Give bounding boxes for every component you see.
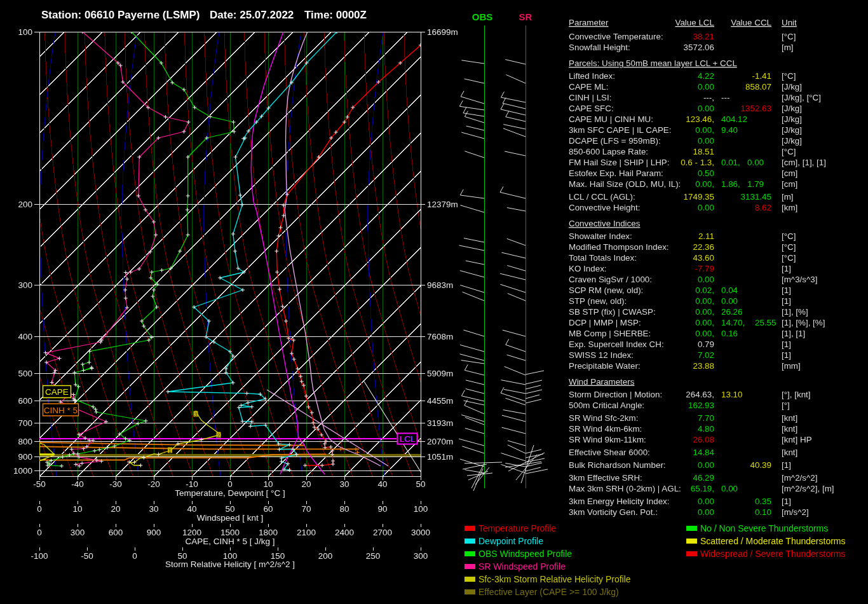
svg-text:600: 600: [18, 396, 32, 406]
svg-text:[m^3/s^3]: [m^3/s^3]: [782, 275, 817, 284]
svg-text:18.51: 18.51: [693, 147, 714, 156]
svg-text:1051m: 1051m: [427, 452, 453, 462]
svg-text:0.00,: 0.00,: [695, 179, 714, 189]
svg-text:SCP RM (new, old):: SCP RM (new, old):: [569, 285, 643, 295]
svg-text:13.10: 13.10: [721, 390, 743, 399]
svg-text:16699m: 16699m: [427, 27, 458, 37]
svg-text:CAPE MU | CINH MU:: CAPE MU | CINH MU:: [569, 114, 653, 124]
svg-text:500: 500: [18, 369, 32, 378]
svg-text:SB STP (fix) | CWASP:: SB STP (fix) | CWASP:: [569, 307, 656, 317]
svg-text:[m]: [m]: [782, 192, 794, 202]
svg-text:10: 10: [263, 479, 273, 489]
svg-text:65.19,: 65.19,: [691, 484, 714, 493]
svg-text:Effective Shear 6000:: Effective Shear 6000:: [569, 448, 650, 457]
svg-text:26.08: 26.08: [693, 435, 714, 444]
svg-text:38.21: 38.21: [693, 32, 714, 41]
svg-text:[cm]: [cm]: [782, 179, 797, 189]
svg-text:0.00: 0.00: [721, 296, 738, 306]
svg-text:CAPE ML:: CAPE ML:: [569, 82, 609, 92]
svg-text:Station: 06610 Payerne (LSMP): Station: 06610 Payerne (LSMP): [41, 9, 200, 21]
svg-text:-1.41: -1.41: [752, 71, 771, 81]
svg-text:0.00: 0.00: [698, 203, 714, 212]
svg-text:22.36: 22.36: [693, 242, 714, 252]
svg-text:0.00,: 0.00,: [695, 329, 714, 338]
svg-text:Time: 0000Z: Time: 0000Z: [304, 9, 367, 21]
svg-text:SR Wind 9km-11km:: SR Wind 9km-11km:: [569, 435, 646, 444]
svg-text:[J/kg]: [J/kg]: [782, 125, 802, 135]
svg-text:0.00,: 0.00,: [695, 307, 714, 317]
svg-text:---: ---: [721, 93, 729, 102]
svg-text:50: 50: [225, 504, 234, 514]
svg-text:3572.06: 3572.06: [684, 43, 714, 52]
svg-text:500m Critical Angle:: 500m Critical Angle:: [569, 401, 644, 410]
svg-text:3km Energy Helicity Index:: 3km Energy Helicity Index:: [569, 497, 670, 506]
svg-text:30: 30: [339, 479, 349, 489]
svg-text:Sfc-3km Storm Relative Helicit: Sfc-3km Storm Relative Helicity Profile: [478, 574, 631, 584]
svg-text:1200: 1200: [182, 528, 201, 537]
svg-text:Wind Parameters: Wind Parameters: [569, 377, 635, 387]
svg-text:OBS Windspeed Profile: OBS Windspeed Profile: [478, 549, 572, 559]
svg-text:400: 400: [18, 332, 32, 341]
svg-text:9.40: 9.40: [721, 125, 738, 135]
svg-text:200: 200: [18, 200, 32, 209]
svg-text:0.79: 0.79: [698, 340, 714, 349]
svg-text:[m]: [m]: [782, 43, 794, 52]
svg-text:0.35: 0.35: [755, 497, 771, 506]
svg-text:2700: 2700: [373, 528, 392, 537]
svg-text:70: 70: [301, 504, 311, 514]
svg-text:CAPE: CAPE: [45, 387, 69, 397]
svg-text:[1]: [1]: [782, 296, 791, 306]
svg-text:300: 300: [18, 280, 32, 290]
svg-text:Bulk Richardson Number:: Bulk Richardson Number:: [569, 460, 666, 470]
svg-text:[°C]: [°C]: [782, 32, 796, 41]
svg-text:0.50: 0.50: [698, 168, 714, 178]
svg-text:Exp. Supercell Index CH:: Exp. Supercell Index CH:: [569, 340, 664, 349]
svg-text:[°], [knt]: [°], [knt]: [782, 390, 811, 399]
svg-text:-50: -50: [81, 551, 93, 561]
svg-text:1.86,: 1.86,: [721, 179, 740, 189]
svg-text:[knt]: [knt]: [782, 424, 797, 434]
svg-text:Craven SigSvr / 1000:: Craven SigSvr / 1000:: [569, 275, 652, 284]
svg-text:Windspeed [ knt ]: Windspeed [ knt ]: [197, 513, 263, 523]
svg-text:Max. Hail Size (OLD, MU, IL):: Max. Hail Size (OLD, MU, IL):: [569, 179, 681, 189]
svg-text:900: 900: [18, 452, 32, 462]
svg-text:SR: SR: [519, 11, 532, 22]
svg-text:0.16: 0.16: [721, 329, 738, 338]
svg-text:2: 2: [217, 432, 220, 439]
svg-text:300: 300: [414, 551, 428, 561]
svg-text:3km Effective SRH:: 3km Effective SRH:: [569, 473, 642, 483]
svg-text:0.00,: 0.00,: [695, 125, 714, 135]
svg-text:3193m: 3193m: [427, 418, 453, 428]
svg-text:SR Windspeed Profile: SR Windspeed Profile: [478, 561, 566, 572]
svg-text:46.29: 46.29: [693, 473, 714, 483]
svg-text:[°C]: [°C]: [782, 253, 796, 263]
svg-text:0.00: 0.00: [698, 136, 714, 146]
svg-text:0.00: 0.00: [698, 507, 714, 517]
svg-text:Parameter: Parameter: [569, 18, 609, 27]
svg-text:250: 250: [366, 551, 381, 561]
svg-text:-20: -20: [147, 479, 160, 489]
svg-text:100: 100: [414, 504, 428, 514]
svg-text:Estofex Exp. Hail Param:: Estofex Exp. Hail Param:: [569, 168, 663, 178]
svg-text:[°C]: [°C]: [782, 231, 796, 241]
svg-text:LCL / CCL (AGL):: LCL / CCL (AGL):: [569, 192, 635, 202]
svg-text:3km Vorticity Gen. Pot.:: 3km Vorticity Gen. Pot.:: [569, 507, 658, 517]
svg-text:14.84: 14.84: [693, 448, 714, 457]
svg-text:[km]: [km]: [782, 203, 797, 212]
svg-text:KO Index:: KO Index:: [569, 264, 607, 273]
svg-text:20: 20: [301, 479, 311, 489]
svg-text:40.39: 40.39: [750, 460, 771, 470]
svg-text:[°C]: [°C]: [782, 71, 796, 81]
svg-text:0.00: 0.00: [698, 497, 714, 506]
svg-text:0.02,: 0.02,: [695, 285, 714, 295]
svg-text:Modified Thompson Index:: Modified Thompson Index:: [569, 242, 669, 252]
svg-text:600: 600: [109, 528, 123, 537]
svg-text:[mm]: [mm]: [782, 361, 801, 371]
svg-text:[knt]: [knt]: [782, 448, 797, 457]
svg-text:[m^2/s^2]: [m^2/s^2]: [782, 473, 817, 483]
svg-text:43.60: 43.60: [693, 253, 714, 263]
svg-text:Date: 25.07.2022: Date: 25.07.2022: [210, 9, 294, 21]
svg-text:Widespread / Severe Thundersto: Widespread / Severe Thunderstorms: [700, 549, 846, 559]
svg-text:[1]: [1]: [782, 340, 791, 349]
svg-text:Precipitable Water:: Precipitable Water:: [569, 361, 641, 371]
